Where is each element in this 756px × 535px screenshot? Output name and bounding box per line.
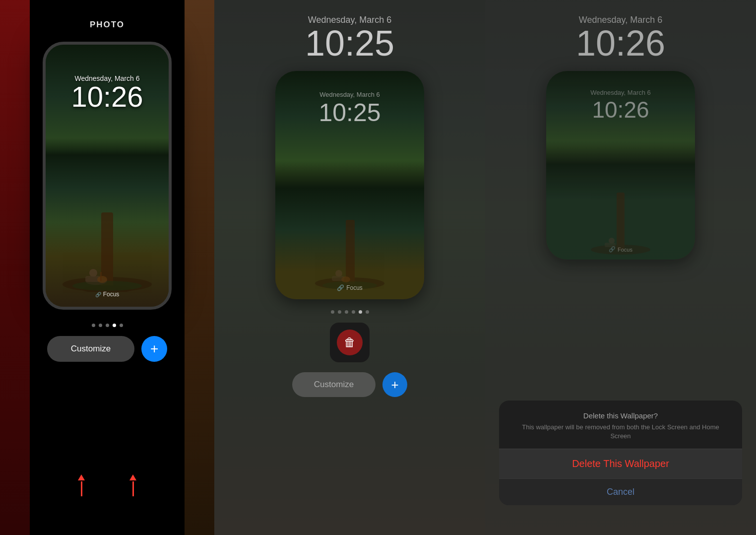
arrow-customize	[129, 474, 136, 496]
p3-time: 10:26	[576, 25, 665, 61]
wc-link-icon: 🔗	[337, 284, 344, 291]
p3-scene-svg	[586, 185, 655, 255]
dot-3	[106, 324, 109, 327]
customize-button[interactable]: Customize	[47, 336, 134, 362]
p3-focus-label: Focus	[618, 247, 632, 253]
p2-time: 10:25	[305, 25, 394, 61]
delete-dialog-title: Delete this Wallpaper?	[511, 411, 730, 420]
side-wallpaper-left	[0, 0, 30, 535]
p2-plus-icon: +	[391, 377, 399, 393]
arrow-head-2	[129, 474, 136, 480]
arrow-head-1	[78, 474, 85, 480]
phone-frame: Wednesday, March 6 10:26	[43, 42, 172, 310]
svg-rect-16	[617, 193, 625, 250]
arrow-shaft-2	[132, 481, 134, 496]
dot-5	[120, 324, 123, 327]
phone-scene	[46, 138, 169, 307]
dot-4-active	[113, 324, 116, 327]
svg-point-12	[335, 270, 342, 277]
panel-1-title: PHOTO	[90, 20, 125, 30]
delete-dialog: Delete this Wallpaper? This wallpaper wi…	[499, 401, 742, 505]
p2-dot-1	[331, 310, 334, 314]
svg-point-3	[72, 281, 142, 291]
panel-3-content: Wednesday, March 6 10:26 Wednesday, Marc…	[485, 0, 756, 535]
panel-3-delete-confirm: Wednesday, March 6 10:26 Wednesday, Marc…	[485, 0, 756, 535]
page-dots	[92, 324, 123, 327]
p3-wallpaper-card: Wednesday, March 6 10:26 🔗 Focus	[546, 71, 695, 260]
p3-wc-scene	[546, 140, 695, 260]
wc-scene	[275, 160, 424, 299]
delete-cancel-button[interactable]: Cancel	[499, 478, 742, 505]
p2-dot-4	[352, 310, 355, 314]
wallpaper-card[interactable]: Wednesday, March 6 10:25 🔗 Focus	[275, 71, 424, 299]
delete-confirm-button[interactable]: Delete This Wallpaper	[499, 449, 742, 478]
delete-wallpaper-trash-button[interactable]: 🗑	[330, 323, 370, 362]
p2-dot-2	[338, 310, 341, 314]
delete-dialog-description: This wallpaper will be removed from both…	[511, 423, 730, 441]
wc-time: 10:25	[318, 98, 380, 127]
wc-date: Wednesday, March 6	[319, 91, 380, 98]
trash-icon-bg: 🗑	[337, 330, 363, 355]
p2-page-dots	[331, 310, 369, 314]
phone-inner: Wednesday, March 6 10:26	[46, 45, 169, 307]
svg-rect-8	[100, 272, 102, 281]
p2-add-button[interactable]: +	[382, 372, 407, 397]
panel-1-wallpaper-chooser: PHOTO Wednesday, March 6 10:26	[0, 0, 214, 535]
wc-scene-svg	[310, 210, 389, 289]
p2-customize-button[interactable]: Customize	[292, 372, 376, 397]
phone-time: 10:26	[71, 82, 143, 111]
add-wallpaper-button[interactable]: +	[141, 336, 167, 362]
p2-bottom-controls: Customize +	[292, 372, 407, 397]
p3-wc-date: Wednesday, March 6	[590, 89, 651, 96]
p2-dot-5-active	[359, 310, 362, 314]
trash-icon: 🗑	[344, 335, 356, 349]
svg-point-14	[341, 276, 350, 282]
arrow-annotations	[78, 474, 136, 496]
p2-dot-3	[345, 310, 348, 314]
link-icon: 🔗	[95, 292, 101, 297]
phone-focus-label: Focus	[103, 291, 120, 298]
wallpaper-card-inner: Wednesday, March 6 10:25 🔗 Focus	[275, 71, 424, 299]
dot-1	[92, 324, 95, 327]
p3-link-icon: 🔗	[609, 246, 616, 253]
bottom-buttons: Customize +	[47, 336, 167, 362]
dot-2	[99, 324, 102, 327]
panel-2-content: Wednesday, March 6 10:25 Wednesday, Marc…	[214, 0, 485, 535]
p3-wc-inner: Wednesday, March 6 10:26 🔗 Focus	[546, 71, 695, 260]
p2-dot-6	[366, 310, 369, 314]
wc-focus: 🔗 Focus	[337, 284, 363, 291]
plus-icon: +	[150, 341, 158, 357]
p3-wc-focus: 🔗 Focus	[609, 246, 632, 253]
p3-wc-time: 10:26	[592, 96, 649, 123]
svg-rect-10	[346, 220, 355, 284]
delete-dialog-text-area: Delete this Wallpaper? This wallpaper wi…	[499, 401, 742, 449]
arrow-dots	[78, 474, 85, 496]
forest-scene-svg	[58, 193, 157, 292]
arrow-shaft-1	[81, 481, 82, 496]
svg-point-5	[89, 269, 97, 277]
svg-point-7	[97, 276, 107, 283]
side-wallpaper-right	[185, 0, 214, 535]
wc-focus-label: Focus	[346, 284, 363, 291]
panel-2-delete-preview: Wednesday, March 6 10:25 Wednesday, Marc…	[214, 0, 485, 535]
trash-button-container: 🗑	[330, 323, 370, 362]
phone-focus: 🔗 Focus	[95, 291, 120, 298]
